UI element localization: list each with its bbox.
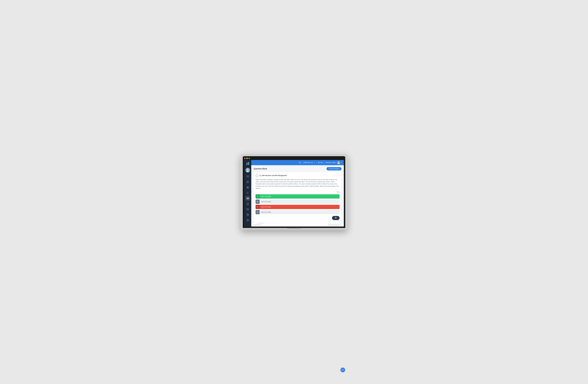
svg-rect-1 <box>247 163 248 165</box>
avatar[interactable] <box>246 168 250 172</box>
option-a-letter: A <box>255 194 260 199</box>
svg-point-9 <box>248 220 249 220</box>
question-header: ? Q. 1209 Valuation and Risk Management … <box>255 174 339 177</box>
question-body: Rahim Associates manages a portfolio of … <box>255 179 339 189</box>
delete-btn-area <box>255 216 339 220</box>
page-title: Question Bank <box>254 168 267 170</box>
option-c-text: USD 8.59 million <box>260 205 339 209</box>
sidebar-item-clipboard[interactable] <box>246 212 250 217</box>
next-question-button[interactable]: › <box>336 174 339 177</box>
footer-support: support@analystprep.com <box>328 224 341 226</box>
question-label: Q. 1209 Valuation and Risk Management <box>260 175 287 176</box>
topnav-avatar <box>337 161 340 164</box>
change-reading-button[interactable]: Change Reading <box>327 167 341 170</box>
laptop-notch <box>287 228 301 229</box>
sidebar-item-book[interactable] <box>246 174 250 179</box>
option-b-text: USD 8.09 million <box>260 200 339 203</box>
question-type-icon: ? <box>255 174 258 177</box>
timer-icon: ⊙ <box>336 191 338 193</box>
traffic-light-yellow[interactable] <box>246 158 248 159</box>
svg-rect-7 <box>247 214 248 214</box>
main-content: | FRM Part I & II | Cart <box>251 160 344 226</box>
option-a-text: USD 7.62 million <box>260 195 339 198</box>
sidebar-item-brain[interactable] <box>246 180 250 184</box>
sidebar-item-book2[interactable] <box>246 202 250 206</box>
sidebar-item-lightbulb[interactable] <box>246 191 250 195</box>
topnav-divider-3: | <box>324 162 324 163</box>
traffic-light-green[interactable] <box>249 158 250 159</box>
question-card: ? Q. 1209 Valuation and Risk Management … <box>254 172 341 223</box>
user-menu[interactable]: Welcome, Matt.V <box>326 161 342 164</box>
svg-rect-0 <box>246 164 247 165</box>
timer-badge: ⊙ 6 <box>255 191 339 193</box>
logo <box>245 161 250 166</box>
prev-question-button[interactable]: ‹ <box>333 174 336 177</box>
option-d-text: USD 9.15 million <box>260 210 339 214</box>
svg-point-14 <box>338 162 339 163</box>
topnav-divider-1: | <box>302 162 302 163</box>
sidebar-item-paw[interactable] <box>246 218 250 223</box>
laptop-base <box>243 228 345 230</box>
option-c[interactable]: C USD 8.59 million <box>255 205 339 209</box>
cart-link[interactable]: Cart <box>318 162 323 163</box>
notification-bell[interactable] <box>299 162 301 163</box>
topnav-divider-2: | <box>316 162 317 163</box>
sidebar <box>244 160 251 226</box>
question-nav: ‹ › <box>333 174 339 177</box>
svg-point-10 <box>248 220 249 221</box>
timer-value: 6 <box>339 191 339 193</box>
avatar-online-dot <box>249 171 250 172</box>
sidebar-item-books[interactable] <box>246 207 250 212</box>
question-header-left: ? Q. 1209 Valuation and Risk Management <box>255 174 287 177</box>
option-c-letter: C <box>255 205 260 209</box>
footer: AnalystPrep © support@analystprep.com <box>251 223 344 226</box>
svg-point-4 <box>247 169 249 170</box>
sidebar-item-graduation[interactable] <box>246 196 250 201</box>
options-list: A USD 7.62 million B USD 8.09 million C <box>255 194 339 214</box>
option-d[interactable]: D USD 9.15 million <box>255 210 339 214</box>
option-d-letter: D <box>255 210 260 214</box>
svg-point-8 <box>248 219 248 220</box>
topnav: | FRM Part I & II | Cart <box>251 160 344 165</box>
traffic-light-red[interactable] <box>244 158 246 159</box>
delete-button[interactable] <box>332 216 339 220</box>
exam-selector[interactable]: FRM Part I & II <box>304 162 315 163</box>
page-area: Question Bank Change Reading ? Q. 1209 V… <box>251 165 344 223</box>
option-b-letter: B <box>255 200 260 204</box>
traffic-lights <box>244 158 344 159</box>
page-header: Question Bank Change Reading <box>254 167 341 170</box>
sidebar-item-atom[interactable] <box>246 185 250 190</box>
bottom-actions: Validate <box>255 221 339 223</box>
footer-copyright: AnalystPrep © <box>254 224 261 226</box>
option-a[interactable]: A USD 7.62 million <box>255 194 339 199</box>
option-b[interactable]: B USD 8.09 million <box>255 200 339 204</box>
